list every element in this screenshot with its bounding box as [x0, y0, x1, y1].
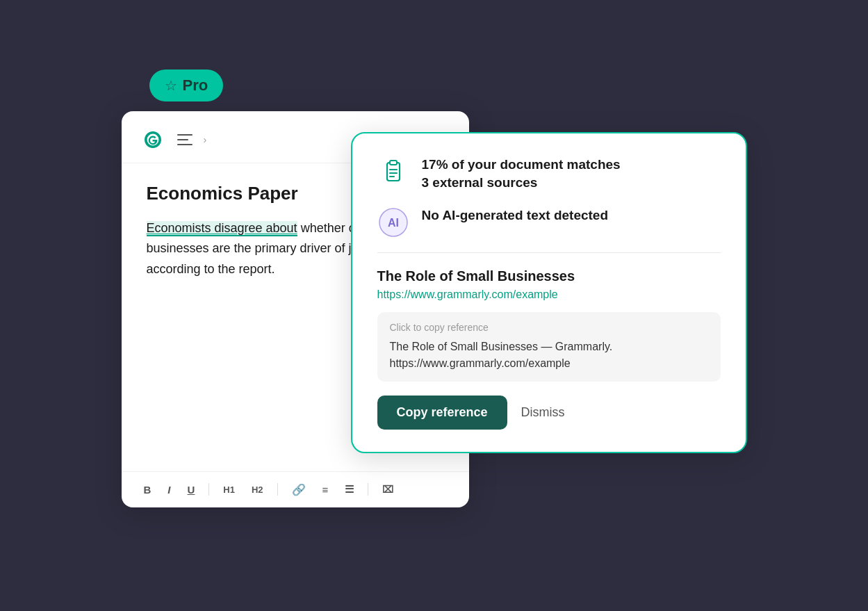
italic-button[interactable]: I — [165, 482, 173, 497]
info-panel: 17% of your document matches 3 external … — [351, 132, 747, 453]
plagiarism-stat-text: 17% of your document matches 3 external … — [422, 156, 621, 193]
toolbar-divider-3 — [368, 483, 368, 496]
stat-line2: 3 external sources — [422, 174, 621, 193]
chevron-right-icon: › — [204, 134, 207, 145]
grammarly-logo — [141, 128, 165, 152]
menu-icon[interactable] — [177, 134, 193, 145]
toolbar-divider-2 — [277, 483, 278, 496]
ref-text: The Role of Small Businesses — Grammarly… — [390, 339, 708, 372]
clear-format-button[interactable]: ⌧ — [379, 482, 396, 496]
stat-line1: 17% of your document matches — [422, 156, 621, 174]
source-url[interactable]: https://www.grammarly.com/example — [377, 288, 721, 301]
source-title: The Role of Small Businesses — [377, 268, 721, 284]
h2-button[interactable]: H2 — [249, 483, 266, 496]
ordered-list-button[interactable]: ≡ — [320, 482, 331, 497]
toolbar-divider — [208, 483, 209, 496]
section-divider — [377, 252, 721, 253]
unordered-list-button[interactable]: ☰ — [342, 482, 357, 497]
highlighted-text: Economists disagree about — [147, 221, 297, 236]
pro-label: Pro — [183, 76, 208, 95]
svg-rect-2 — [390, 161, 397, 165]
bold-button[interactable]: B — [141, 482, 154, 497]
underline-button[interactable]: U — [185, 482, 198, 497]
h1-button[interactable]: H1 — [220, 483, 238, 496]
pro-badge[interactable]: ☆ Pro — [149, 70, 224, 101]
svg-text:AI: AI — [388, 217, 399, 229]
link-button[interactable]: 🔗 — [289, 482, 309, 498]
editor-toolbar: B I U H1 H2 🔗 ≡ ☰ ⌧ — [122, 471, 469, 507]
plagiarism-stat-row: 17% of your document matches 3 external … — [377, 156, 721, 193]
ai-stat-text: No AI-generated text detected — [422, 206, 609, 225]
dismiss-button[interactable]: Dismiss — [521, 405, 565, 420]
ai-icon: AI — [377, 206, 409, 238]
ref-hint: Click to copy reference — [390, 322, 708, 333]
star-icon: ☆ — [165, 77, 177, 94]
ai-stat-row: AI No AI-generated text detected — [377, 206, 721, 238]
copy-reference-button[interactable]: Copy reference — [377, 396, 507, 430]
reference-box[interactable]: Click to copy reference The Role of Smal… — [377, 312, 721, 382]
clipboard-icon — [377, 156, 409, 188]
action-row: Copy reference Dismiss — [377, 396, 721, 430]
